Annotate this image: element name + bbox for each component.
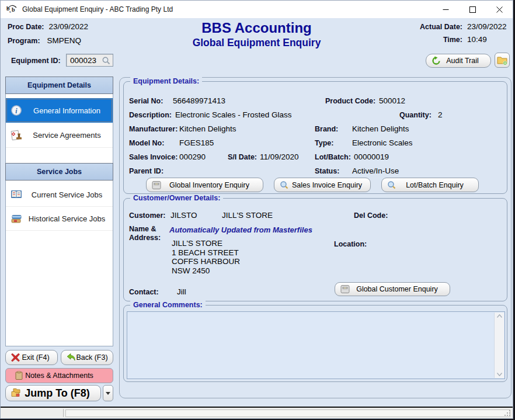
address-line: 1 BEACH STREET (172, 248, 288, 258)
general-comments-legend: General Comments: (130, 301, 206, 309)
status-panel (65, 409, 510, 417)
contact-value: Jill (177, 287, 186, 296)
sales-invoice-value: 000290 (179, 152, 206, 161)
product-code-value: 500012 (379, 96, 405, 105)
brand-label: Brand: (315, 125, 338, 133)
minimize-button[interactable] (432, 1, 459, 18)
global-customer-enquiry-button[interactable]: Global Customer Enquiry (335, 282, 450, 296)
app-window: b b s Global Equipment Enquiry - ABC Tra… (0, 0, 513, 419)
search-icon (102, 56, 111, 65)
title-bar: b b s Global Equipment Enquiry - ABC Tra… (1, 1, 513, 18)
sidebar-item-service-agreements[interactable]: Service Agreements (6, 123, 113, 148)
customer-owner-details-legend: Customer/Owner Details: (130, 194, 223, 202)
notes-attachments-label: Notes & Attachments (25, 372, 93, 380)
address-line: COFFS HARBOUR (172, 257, 288, 266)
address-line: NSW 2450 (172, 266, 288, 276)
search-icon (280, 181, 289, 190)
maximize-button[interactable] (459, 1, 486, 18)
sidebar: Equipment Details i General Information (5, 77, 113, 346)
quantity-value: 2 (438, 110, 443, 119)
notes-attachments-button[interactable]: Notes & Attachments (5, 368, 113, 383)
status-divider (63, 409, 64, 417)
sales-invoice-label: Sales Invoice: (129, 153, 178, 161)
brand-value: Kitchen Delights (352, 124, 409, 133)
recycle-icon (432, 56, 441, 65)
general-comments-textarea[interactable] (127, 311, 505, 379)
jump-to-dropdown-button[interactable] (103, 385, 113, 401)
info-icon: i (11, 105, 22, 116)
customer-code-value: JILSTO (170, 211, 197, 220)
general-comments-group: General Comments: (123, 305, 507, 382)
customer-owner-details-group: Customer/Owner Details: Customer: JILSTO… (123, 198, 507, 301)
address-block: JILL'S STORE 1 BEACH STREET COFFS HARBOU… (172, 239, 288, 275)
model-no-value: FGES185 (179, 138, 214, 147)
exit-x-icon (11, 353, 20, 362)
search-icon (387, 181, 396, 190)
lot-batch-enquiry-button[interactable]: Lot/Batch Enquiry (381, 178, 479, 192)
cabinet-icon (340, 285, 350, 294)
equipment-details-group: Equipment Details: Serial No: 5664899714… (123, 81, 507, 194)
lot-batch-label: Lot/Batch: (315, 153, 351, 161)
scroll-down-icon (497, 373, 502, 376)
window-title: Global Equipment Enquiry - ABC Trading P… (22, 5, 173, 13)
type-value: Electronic Scales (352, 138, 413, 147)
equipment-id-input[interactable]: 000023 (66, 54, 113, 67)
attachments-folder-button[interactable] (495, 53, 510, 68)
sidebar-item-historical-service-jobs[interactable]: Historical Service Jobs (6, 207, 113, 231)
global-customer-enquiry-label: Global Customer Enquiry (347, 285, 438, 293)
back-button[interactable]: Back (F3) (61, 350, 113, 365)
equipment-id-label: Equipment ID: (11, 57, 61, 65)
close-button[interactable] (486, 1, 513, 18)
books-stack-icon (11, 213, 22, 224)
si-date-label: S/I Date: (228, 153, 257, 161)
time-value: 10:49 (467, 35, 506, 44)
auto-update-note: Automatically Updated from Masterfiles (169, 225, 312, 234)
actual-date-label: Actual Date: (420, 23, 462, 31)
customer-name-value: JILL'S STORE (222, 211, 273, 220)
cabinet-icon (152, 181, 161, 189)
resize-grip-icon[interactable] (504, 409, 511, 416)
type-label: Type: (315, 139, 333, 147)
open-book-icon (11, 189, 22, 200)
folder-add-icon (497, 55, 508, 65)
lot-batch-value: 00000019 (354, 152, 389, 161)
folders-icon (11, 388, 22, 398)
quantity-label: Quantity: (399, 111, 432, 119)
si-date-value: 11/09/2020 (260, 152, 299, 161)
svg-text:b: b (12, 6, 15, 13)
manufacturer-label: Manufacturer: (129, 125, 178, 133)
description-value: Electronic Scales - Frosted Glass (175, 110, 292, 119)
sales-invoice-enquiry-label: Sales Invoice Enquiry (283, 181, 362, 189)
exit-button[interactable]: Exit (F4) (5, 350, 58, 365)
address-line: JILL'S STORE (172, 239, 288, 248)
jump-to-button[interactable]: Jump To (F8) (5, 385, 101, 401)
serial-no-value: 566489971413 (173, 96, 225, 105)
jump-to-label: Jump To (F8) (16, 387, 90, 400)
app-logo-icon: b b s (6, 4, 18, 16)
status-value: Active/In-Use (352, 166, 399, 175)
agreement-stamp-icon (11, 130, 22, 141)
sales-invoice-enquiry-button[interactable]: Sales Invoice Enquiry (274, 178, 371, 192)
chevron-down-icon (106, 392, 110, 395)
sidebar-item-general-information[interactable]: i General Information (6, 98, 113, 123)
comments-scrollbar[interactable] (494, 313, 504, 378)
lot-batch-enquiry-label: Lot/Batch Enquiry (396, 181, 464, 189)
model-no-label: Model No: (129, 139, 164, 147)
equipment-id-value: 000023 (70, 56, 96, 65)
customer-label: Customer: (129, 211, 166, 220)
audit-trail-button[interactable]: Audit Trail (426, 54, 491, 68)
location-label: Location: (334, 240, 367, 248)
equipment-details-legend: Equipment Details: (130, 77, 202, 85)
global-inventory-enquiry-button[interactable]: Global Inventory Enquiry (146, 178, 263, 192)
actual-date-value: 23/09/2022 (467, 22, 506, 31)
contact-label: Contact: (129, 288, 159, 296)
main-panel: Equipment Details: Serial No: 5664899714… (119, 77, 511, 398)
back-arrow-icon (67, 353, 76, 362)
notepad-icon (15, 372, 23, 380)
sidebar-item-current-service-jobs[interactable]: Current Service Jobs (6, 183, 113, 207)
del-code-label: Del Code: (354, 211, 388, 220)
time-label: Time: (443, 36, 462, 44)
status-bar (1, 407, 513, 418)
manufacturer-value: Kitchen Delights (179, 124, 236, 133)
serial-no-label: Serial No: (129, 97, 163, 105)
